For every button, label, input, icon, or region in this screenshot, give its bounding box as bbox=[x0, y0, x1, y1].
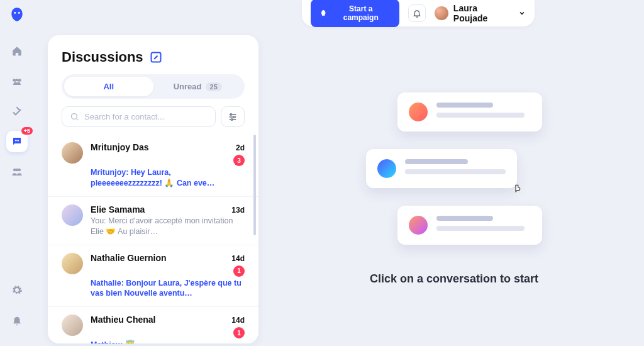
svg-point-9 bbox=[233, 116, 235, 118]
top-bar: Start a campaign Laura Poujade bbox=[302, 0, 535, 26]
conversation-item[interactable]: Elie Samama 13d You: Merci d'avoir accep… bbox=[48, 197, 258, 245]
tab-unread[interactable]: Unread 25 bbox=[153, 77, 243, 96]
svg-point-8 bbox=[230, 113, 232, 115]
timestamp: 2d bbox=[236, 143, 245, 152]
conversation-item[interactable]: Nathalie Guernion 14d 1 Nathalie: Bonjou… bbox=[48, 245, 258, 308]
filter-button[interactable] bbox=[221, 106, 245, 127]
search-icon bbox=[70, 112, 79, 121]
message-preview: Mathieu: 😇 bbox=[91, 340, 245, 343]
tab-all[interactable]: All bbox=[64, 77, 153, 96]
illus-card bbox=[397, 92, 542, 131]
discussions-panel: Discussions All Unread 25 bbox=[48, 35, 258, 343]
page-title: Discussions bbox=[62, 49, 143, 65]
search-box[interactable] bbox=[62, 106, 216, 127]
empty-state: Click on a conversation to start bbox=[270, 38, 638, 340]
empty-illustration bbox=[360, 92, 548, 256]
nav-discussions[interactable]: +5 bbox=[6, 131, 28, 152]
user-menu[interactable]: Laura Poujade bbox=[435, 3, 526, 23]
svg-point-7 bbox=[72, 114, 77, 120]
sidebar: +5 bbox=[0, 0, 34, 346]
illus-card bbox=[397, 206, 542, 245]
start-campaign-button[interactable]: Start a campaign bbox=[311, 0, 399, 27]
nav-contacts[interactable] bbox=[6, 70, 28, 92]
rocket-icon bbox=[319, 9, 327, 17]
svg-point-5 bbox=[16, 169, 19, 172]
svg-point-10 bbox=[231, 118, 233, 120]
svg-point-1 bbox=[16, 140, 18, 142]
avatar bbox=[435, 6, 448, 20]
timestamp: 13d bbox=[231, 206, 245, 215]
conversation-item[interactable]: Mritunjoy Das 2d 3 Mritunjoy: Hey Laura,… bbox=[48, 135, 258, 197]
tab-unread-count: 25 bbox=[206, 82, 222, 91]
conversation-list[interactable]: Mritunjoy Das 2d 3 Mritunjoy: Hey Laura,… bbox=[48, 135, 258, 343]
nav-badge: +5 bbox=[21, 127, 33, 135]
app-logo[interactable] bbox=[9, 6, 25, 23]
chevron-down-icon bbox=[518, 9, 526, 17]
timestamp: 14d bbox=[231, 316, 245, 325]
contact-name: Mathieu Chenal bbox=[91, 315, 155, 325]
avatar bbox=[62, 142, 83, 164]
message-preview: Mritunjoy: Hey Laura, pleeeeeeezzzzzzzz!… bbox=[91, 167, 245, 189]
avatar bbox=[62, 204, 83, 226]
unread-badge: 1 bbox=[233, 265, 245, 277]
bell-icon bbox=[413, 9, 421, 18]
search-input[interactable] bbox=[84, 112, 208, 121]
contact-name: Mritunjoy Das bbox=[91, 142, 149, 152]
unread-badge: 3 bbox=[233, 155, 245, 166]
avatar bbox=[62, 315, 83, 336]
sliders-icon bbox=[228, 112, 238, 122]
message-preview: You: Merci d'avoir accepté mon invitatio… bbox=[91, 216, 245, 237]
compose-icon[interactable] bbox=[150, 51, 162, 64]
svg-point-2 bbox=[18, 140, 19, 142]
svg-point-0 bbox=[15, 140, 16, 142]
nav-home[interactable] bbox=[6, 40, 28, 62]
scrollbar[interactable] bbox=[253, 135, 256, 235]
start-campaign-label: Start a campaign bbox=[331, 4, 391, 22]
timestamp: 14d bbox=[231, 254, 245, 263]
cursor-icon bbox=[512, 184, 523, 195]
notifications-button[interactable] bbox=[408, 4, 426, 22]
tab-unread-label: Unread bbox=[174, 82, 202, 91]
unread-badge: 1 bbox=[233, 327, 245, 338]
message-preview: Nathalie: Bonjour Laura, J'espère que tu… bbox=[91, 278, 245, 299]
avatar bbox=[62, 253, 83, 274]
nav-campaigns[interactable] bbox=[6, 101, 28, 122]
conversation-item[interactable]: Mathieu Chenal 14d 1 Mathieu: 😇 bbox=[48, 307, 258, 343]
tabs: All Unread 25 bbox=[62, 74, 245, 99]
illus-card bbox=[366, 149, 517, 188]
contact-name: Elie Samama bbox=[91, 204, 145, 215]
empty-text: Click on a conversation to start bbox=[370, 272, 538, 286]
user-name: Laura Poujade bbox=[453, 3, 513, 23]
contact-name: Nathalie Guernion bbox=[91, 253, 167, 263]
nav-alerts[interactable] bbox=[6, 310, 28, 331]
nav-team[interactable] bbox=[6, 161, 28, 182]
tab-all-label: All bbox=[103, 82, 114, 91]
nav-settings[interactable] bbox=[6, 279, 28, 301]
